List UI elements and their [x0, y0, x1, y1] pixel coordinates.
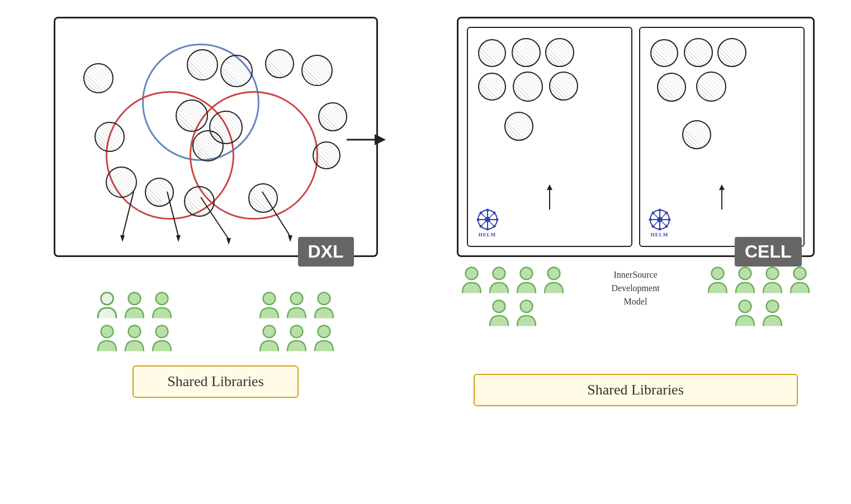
user-icon — [94, 324, 120, 354]
right-blob-5 — [513, 72, 543, 102]
right-user-group-2 — [703, 265, 815, 329]
blob-6 — [318, 102, 347, 131]
left-user-group-2 — [247, 291, 347, 354]
blob-10 — [192, 130, 224, 161]
svg-point-62 — [711, 267, 724, 279]
user-icon — [284, 291, 309, 321]
left-cell-up-arrow — [544, 184, 555, 212]
svg-point-59 — [547, 267, 560, 279]
svg-point-47 — [658, 228, 661, 231]
right-blob-2 — [512, 38, 541, 67]
svg-point-37 — [479, 225, 482, 228]
right-cell-up-arrow — [716, 184, 727, 212]
svg-marker-55 — [719, 184, 725, 190]
user-icon — [149, 324, 174, 354]
center-arrow-svg — [347, 123, 391, 156]
blob-11 — [94, 122, 125, 152]
svg-point-56 — [465, 267, 477, 279]
svg-point-19 — [263, 325, 276, 337]
right-blob-7 — [504, 112, 533, 141]
user-icon — [311, 324, 337, 354]
right-blob-4 — [478, 73, 506, 101]
svg-point-15 — [156, 325, 168, 337]
blob-14 — [184, 186, 215, 217]
svg-point-32 — [476, 218, 479, 221]
user-icon — [705, 265, 730, 296]
user-icon — [122, 291, 147, 321]
right-blob-3 — [545, 38, 574, 67]
user-icon — [787, 265, 812, 296]
right-blob-11 — [657, 73, 686, 102]
right-blob-10 — [717, 38, 746, 67]
svg-point-34 — [479, 212, 482, 215]
svg-point-14 — [129, 325, 141, 337]
svg-point-52 — [665, 212, 668, 215]
svg-point-11 — [129, 292, 141, 305]
blob-15 — [248, 183, 278, 213]
svg-marker-23 — [375, 134, 386, 145]
blob-12 — [106, 167, 137, 198]
svg-point-48 — [649, 218, 651, 221]
user-icon — [732, 265, 758, 296]
right-shared-libraries-box: Shared Libraries — [474, 374, 798, 406]
user-icon — [760, 265, 785, 296]
user-icon — [486, 298, 512, 329]
right-blob-8 — [650, 39, 678, 67]
svg-point-57 — [493, 267, 505, 279]
svg-point-17 — [291, 292, 303, 305]
blob-3 — [83, 63, 114, 93]
left-diagram-box: DXL — [54, 17, 378, 257]
svg-point-18 — [318, 292, 330, 305]
left-users-area — [54, 291, 378, 354]
right-blob-9 — [684, 38, 713, 67]
svg-marker-39 — [547, 184, 552, 190]
svg-point-13 — [101, 325, 114, 337]
main-container: DXL — [0, 0, 851, 504]
dxl-label: DXL — [298, 237, 354, 267]
left-helm-icon: HELM — [476, 208, 499, 237]
svg-point-46 — [658, 209, 661, 212]
user-icon — [459, 265, 484, 296]
blob-13 — [145, 178, 174, 207]
inner-cell-left: HELM — [467, 27, 632, 247]
svg-point-36 — [493, 212, 495, 215]
svg-point-21 — [318, 325, 330, 337]
svg-point-30 — [486, 209, 489, 212]
blob-4 — [187, 49, 218, 80]
user-icon — [311, 291, 337, 321]
svg-point-53 — [651, 225, 654, 228]
left-shared-libraries-label: Shared Libraries — [167, 373, 264, 389]
svg-point-64 — [766, 267, 778, 279]
svg-marker-1 — [120, 235, 125, 242]
svg-point-49 — [668, 218, 670, 221]
user-icon — [149, 291, 174, 321]
right-blob-6 — [549, 72, 578, 101]
svg-point-16 — [263, 292, 276, 305]
user-icon — [284, 324, 309, 354]
right-user-group-1 — [457, 265, 569, 329]
right-shared-libraries-label: Shared Libraries — [587, 382, 684, 398]
svg-point-31 — [486, 228, 489, 231]
helm-label-left: HELM — [479, 232, 497, 237]
svg-marker-5 — [226, 238, 231, 245]
svg-point-33 — [495, 218, 498, 221]
left-shared-libraries-box: Shared Libraries — [133, 365, 299, 398]
right-bottom-area: InnerSourceDevelopmentModel — [457, 263, 815, 329]
svg-point-63 — [739, 267, 751, 279]
right-blob-1 — [478, 39, 506, 67]
left-panel: DXL — [17, 11, 414, 493]
user-icon — [257, 291, 282, 321]
inner-cell-right: HELM — [639, 27, 805, 247]
svg-point-58 — [520, 267, 532, 279]
right-diagram-box: HELM — [457, 17, 815, 257]
center-arrow-area — [347, 123, 391, 159]
right-blob-12 — [696, 72, 726, 102]
user-icon — [486, 265, 512, 296]
svg-point-61 — [520, 300, 532, 312]
svg-marker-7 — [288, 235, 292, 242]
right-blob-13 — [682, 120, 711, 149]
blob-1 — [265, 49, 294, 78]
svg-point-67 — [766, 300, 778, 312]
helm-label-right: HELM — [651, 232, 669, 237]
blob-8 — [176, 99, 208, 132]
